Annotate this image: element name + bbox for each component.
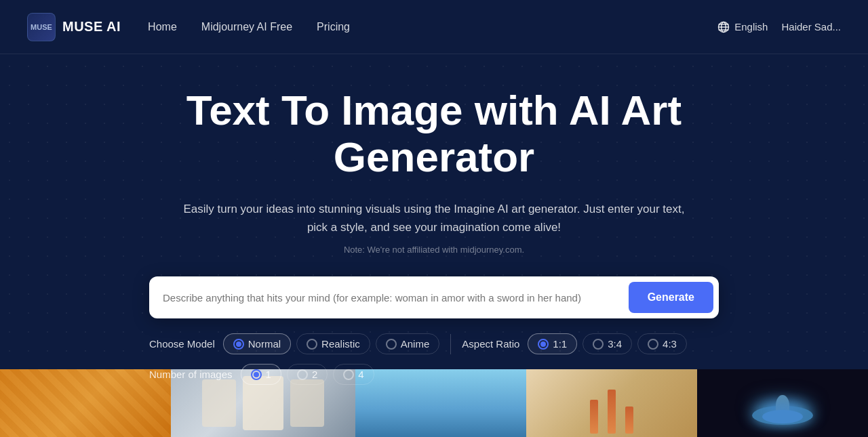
aspect-ratio-label: Aspect Ratio [462,338,519,350]
aspect-4-3-label: 4:3 [663,338,677,350]
hero-note: Note: We're not affiliated with midjourn… [344,245,524,255]
image-count-row: Number of images 1 2 4 [149,364,719,385]
model-anime-dot [386,339,397,350]
aspect-1-1-dot [538,339,549,350]
count-4-label: 4 [358,369,363,380]
count-4-option[interactable]: 4 [333,364,374,385]
logo-text: MUSE AI [62,19,121,35]
navbar: MUSE MUSE AI Home Midjourney AI Free Pri… [0,0,868,54]
controls-divider [450,334,451,354]
model-realistic-option[interactable]: Realistic [296,333,370,354]
logo-icon-text: MUSE [31,23,52,31]
prompt-input-container: Generate [149,276,719,318]
count-2-option[interactable]: 2 [287,364,328,385]
model-radio-group: Normal Realistic Anime [223,333,440,354]
aspect-3-4-option[interactable]: 3:4 [583,333,632,354]
aspect-3-4-dot [593,339,604,350]
aspect-3-4-label: 3:4 [608,338,622,350]
navbar-right: English Haider Sad... [717,20,841,34]
nav-link-home[interactable]: Home [148,21,177,33]
language-label: English [734,21,768,33]
count-4-dot [343,369,354,380]
globe-icon [717,20,730,34]
aspect-1-1-option[interactable]: 1:1 [528,333,577,354]
model-normal-dot [233,339,244,350]
count-2-label: 2 [312,369,317,380]
count-1-label: 1 [266,369,271,380]
language-selector[interactable]: English [717,20,768,34]
image-count-label: Number of images [149,369,233,380]
aspect-4-3-dot [648,339,658,350]
model-anime-option[interactable]: Anime [376,333,440,354]
model-aspect-row: Choose Model Normal Realistic Anime Aspe… [149,333,719,354]
hero-title: Text To Image with AI Art Generator [170,87,698,181]
model-realistic-dot [307,339,317,350]
count-1-option[interactable]: 1 [241,364,281,385]
model-normal-option[interactable]: Normal [223,333,291,354]
aspect-ratio-radio-group: 1:1 3:4 4:3 [528,333,687,354]
choose-model-label: Choose Model [149,338,215,350]
nav-links: Home Midjourney AI Free Pricing [148,21,350,33]
nav-link-midjourney[interactable]: Midjourney AI Free [201,21,292,33]
logo-icon: MUSE [27,13,56,41]
hero-section: Text To Image with AI Art Generator Easi… [0,54,868,405]
aspect-4-3-option[interactable]: 4:3 [637,333,687,354]
prompt-input[interactable] [163,287,629,309]
count-1-dot [251,369,262,380]
hero-subtitle: Easily turn your ideas into stunning vis… [176,200,692,236]
image-count-radio-group: 1 2 4 [241,364,374,385]
model-normal-label: Normal [248,338,281,350]
aspect-1-1-label: 1:1 [553,338,567,350]
model-anime-label: Anime [401,338,430,350]
count-2-dot [297,369,308,380]
model-realistic-label: Realistic [321,338,360,350]
generate-button[interactable]: Generate [629,282,713,313]
navbar-left: MUSE MUSE AI Home Midjourney AI Free Pri… [27,13,350,41]
logo[interactable]: MUSE MUSE AI [27,13,121,41]
nav-link-pricing[interactable]: Pricing [317,21,350,33]
user-name[interactable]: Haider Sad... [781,21,841,33]
